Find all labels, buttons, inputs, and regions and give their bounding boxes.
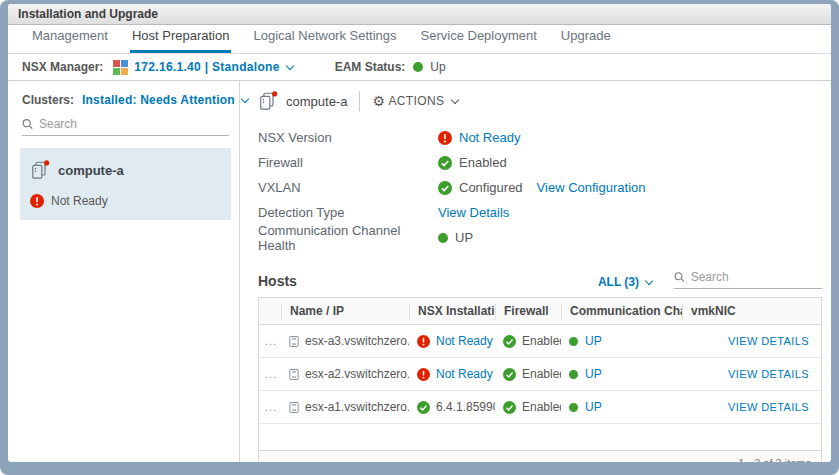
nsx-manager-value: 172.16.1.40 | Standalone (134, 60, 279, 74)
channel-status-link[interactable]: UP (585, 400, 602, 414)
success-icon (417, 401, 430, 414)
search-icon (674, 271, 685, 283)
field-firewall: Firewall Enabled (258, 150, 822, 175)
table-row-esx-a3[interactable]: ... esx-a3.vswitchzero.net Not Ready Ena… (259, 325, 821, 358)
hosts-table-header: Name / IP NSX Installation Firewall Comm… (259, 298, 821, 325)
nsx-manager-icon (113, 60, 128, 75)
column-header-expand (259, 303, 281, 320)
table-row-esx-a1[interactable]: ... esx-a1.vswitchzero.net 6.4.1.85990… … (259, 391, 821, 424)
firewall-status: Enabled (522, 367, 561, 381)
hosts-filter-dropdown[interactable]: ALL (3) (598, 275, 652, 289)
cluster-name: compute-a (58, 163, 124, 178)
view-details-link[interactable]: View Details (438, 205, 509, 220)
eam-status-dot-icon (413, 62, 423, 72)
detail-cluster-name: compute-a (286, 94, 347, 109)
cluster-fields: NSX Version Not Ready Firewall Enabled (258, 125, 822, 250)
success-icon (438, 181, 452, 195)
firewall-status: Enabled (522, 334, 561, 348)
channel-health-value: UP (455, 230, 473, 245)
success-icon (503, 335, 516, 348)
tab-service-deployment[interactable]: Service Deployment (419, 28, 539, 53)
error-icon (417, 335, 430, 348)
eam-status-label: EAM Status: (335, 60, 406, 74)
vxlan-status-value: Configured (459, 180, 523, 195)
field-label: VXLAN (258, 180, 438, 195)
tab-upgrade[interactable]: Upgrade (559, 28, 613, 53)
title-bar: Installation and Upgrade (8, 4, 831, 25)
row-overflow-indicator[interactable]: ... (259, 368, 281, 380)
actions-menu-button[interactable]: ⚙ ACTIONS (372, 93, 457, 109)
actions-label: ACTIONS (388, 94, 444, 108)
hosts-table: Name / IP NSX Installation Firewall Comm… (258, 297, 822, 462)
tab-management[interactable]: Management (30, 28, 110, 53)
field-label: Detection Type (258, 205, 438, 220)
clusters-label: Clusters: (22, 93, 74, 107)
view-configuration-link[interactable]: View Configuration (537, 180, 646, 195)
cluster-alert-icon (258, 91, 278, 111)
clusters-filter-value: Installed: Needs Attention (82, 93, 235, 107)
field-vxlan: VXLAN Configured View Configuration (258, 175, 822, 200)
field-nsx-version: NSX Version Not Ready (258, 125, 822, 150)
column-header-vmknic[interactable]: vmkNIC (682, 303, 821, 320)
channel-status-link[interactable]: UP (585, 367, 602, 381)
eam-status: EAM Status: Up (335, 60, 446, 74)
nsx-installation-status-link[interactable]: Not Ready (436, 367, 493, 381)
column-header-firewall[interactable]: Firewall (495, 303, 561, 320)
column-header-nsx-installation[interactable]: NSX Installation (409, 303, 495, 320)
nsx-manager-dropdown[interactable]: 172.16.1.40 | Standalone (134, 60, 292, 74)
error-icon (30, 194, 44, 208)
cluster-detail-panel: compute-a ⚙ ACTIONS NSX Version Not Read… (240, 81, 831, 462)
nsx-manager-label: NSX Manager: (22, 60, 103, 74)
window-frame: Installation and Upgrade Management Host… (0, 0, 839, 475)
view-details-link[interactable]: VIEW DETAILS (728, 368, 809, 380)
nsx-installation-version: 6.4.1.85990… (436, 400, 495, 414)
column-header-name-ip[interactable]: Name / IP (281, 303, 409, 320)
host-icon (289, 401, 299, 414)
firewall-status-value: Enabled (459, 155, 507, 170)
hosts-filter-value: ALL (3) (598, 275, 639, 289)
tab-bar: Management Host Preparation Logical Netw… (8, 25, 831, 54)
cluster-search (22, 117, 229, 136)
eam-status-value: Up (430, 60, 445, 74)
chevron-down-icon (645, 276, 653, 284)
divider (359, 91, 360, 111)
tab-logical-network-settings[interactable]: Logical Network Settings (251, 28, 398, 53)
clusters-filter-dropdown[interactable]: Installed: Needs Attention (82, 93, 248, 107)
success-icon (438, 156, 452, 170)
nsx-version-status-link[interactable]: Not Ready (459, 130, 520, 145)
gear-icon: ⚙ (372, 93, 385, 109)
host-icon (289, 368, 299, 381)
field-communication-channel-health: Communication Channel Health UP (258, 225, 822, 250)
hosts-header: Hosts ALL (3) (258, 270, 822, 289)
installation-upgrade-window: Installation and Upgrade Management Host… (8, 4, 831, 462)
cluster-search-input[interactable] (39, 117, 229, 131)
channel-status-link[interactable]: UP (585, 334, 602, 348)
error-icon (438, 131, 452, 145)
error-icon (417, 368, 430, 381)
row-overflow-indicator[interactable]: ... (259, 335, 281, 347)
clusters-sidebar: Clusters: Installed: Needs Attention com… (8, 81, 240, 462)
host-name: esx-a1.vswitchzero.net (305, 400, 409, 414)
pagination-summary: 1 - 3 of 3 items (738, 457, 811, 463)
host-icon (289, 335, 299, 348)
window-title: Installation and Upgrade (18, 7, 158, 21)
success-icon (503, 401, 516, 414)
view-details-link[interactable]: VIEW DETAILS (728, 335, 809, 347)
tab-host-preparation[interactable]: Host Preparation (130, 28, 232, 53)
host-name: esx-a2.vswitchzero.net (305, 367, 409, 381)
table-row-esx-a2[interactable]: ... esx-a2.vswitchzero.net Not Ready Ena… (259, 358, 821, 391)
table-footer: 1 - 3 of 3 items (259, 450, 821, 462)
nsx-installation-status-link[interactable]: Not Ready (436, 334, 493, 348)
hosts-search-input[interactable] (691, 270, 822, 284)
host-name: esx-a3.vswitchzero.net (305, 334, 409, 348)
firewall-status: Enabled (522, 400, 561, 414)
field-detection-type: Detection Type View Details (258, 200, 822, 225)
cluster-alert-icon (30, 160, 50, 180)
row-overflow-indicator[interactable]: ... (259, 401, 281, 413)
field-label: NSX Version (258, 130, 438, 145)
search-icon (22, 118, 33, 130)
status-up-dot-icon (569, 337, 578, 346)
cluster-list-item-compute-a[interactable]: compute-a Not Ready (20, 148, 231, 220)
view-details-link[interactable]: VIEW DETAILS (728, 401, 809, 413)
column-header-communication-channels[interactable]: Communication Channels (561, 303, 682, 320)
